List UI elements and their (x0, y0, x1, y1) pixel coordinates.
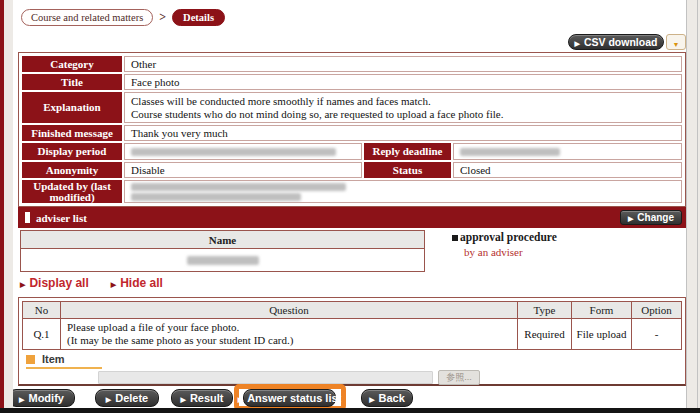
display-all-link[interactable]: Display all (20, 276, 89, 290)
scrollbar-track[interactable] (686, 0, 700, 413)
category-value: Other (124, 56, 682, 72)
file-path-input[interactable] (98, 371, 433, 384)
csv-download-button[interactable]: CSV download (568, 34, 664, 50)
item-section-header: Item (26, 353, 102, 369)
explanation-line1: Classes will be conducted more smoothly … (131, 95, 431, 108)
play-arrow-icon (238, 392, 243, 404)
back-button[interactable]: Back (361, 389, 413, 407)
question-text-line2: (It may be the same photo as your studen… (67, 334, 511, 347)
approval-procedure-heading: approval procedure (452, 231, 557, 243)
change-label: Change (637, 212, 674, 223)
question-text: Please upload a file of your face photo.… (61, 319, 518, 350)
expand-collapse-links: Display all Hide all (20, 276, 163, 290)
question-col-form: Form (572, 302, 632, 319)
display-all-label: Display all (29, 276, 88, 290)
adviser-name-table: Name (20, 230, 425, 272)
breadcrumb-current: Details (172, 9, 225, 26)
explanation-value: Classes will be conducted more smoothly … (124, 92, 682, 123)
play-arrow-icon (181, 392, 186, 404)
chevron-down-icon (673, 33, 680, 51)
reply-deadline-value (453, 143, 682, 160)
question-section: No Question Type Form Option Q.1 Please … (18, 297, 686, 386)
orange-square-bullet-icon (26, 355, 35, 364)
question-no: Q.1 (23, 319, 61, 350)
scrollbar-track-line (697, 0, 698, 413)
anonymity-value: Disable (124, 162, 362, 178)
anonymity-label: Anonymity (22, 162, 122, 178)
adviser-name-row (21, 249, 424, 271)
question-option: - (632, 319, 682, 350)
approval-procedure-text: approval procedure (460, 231, 557, 243)
updated-by-label: Updated by (last modified) (22, 180, 122, 203)
csv-download-label: CSV download (584, 36, 658, 48)
name-column-header: Name (21, 231, 424, 249)
reply-deadline-label: Reply deadline (364, 143, 451, 160)
explanation-line2: Course students who do not mind doing so… (131, 108, 503, 121)
breadcrumb: Course and related matters Details (21, 8, 225, 26)
modify-button[interactable]: Modify (8, 389, 75, 407)
status-value: Closed (453, 162, 682, 178)
play-arrow-icon (369, 392, 374, 404)
question-text-line1: Please upload a file of your face photo. (67, 321, 511, 334)
play-arrow-icon (575, 36, 580, 48)
black-square-bullet-icon (452, 235, 458, 241)
window-left-margin (4, 0, 13, 413)
redacted-adviser-name (187, 256, 259, 265)
back-label: Back (379, 392, 405, 404)
window-bottom-edge (0, 408, 700, 413)
hide-all-link[interactable]: Hide all (111, 276, 163, 290)
question-col-question: Question (61, 302, 518, 319)
modify-label: Modify (28, 392, 63, 404)
title-value: Face photo (124, 74, 682, 90)
question-type: Required (518, 319, 572, 350)
chevron-right-icon (159, 10, 166, 25)
category-label: Category (22, 56, 122, 72)
approval-by-adviser-text: by an adviser (464, 246, 557, 258)
question-form: File upload (572, 319, 632, 350)
play-arrow-icon (111, 276, 116, 290)
play-arrow-icon (628, 212, 633, 223)
status-label: Status (364, 162, 451, 178)
redacted-date-range (131, 148, 336, 156)
play-arrow-icon (19, 392, 24, 404)
question-row: Q.1 Please upload a file of your face ph… (23, 319, 682, 350)
display-period-value (124, 143, 362, 160)
answer-status-list-label: Answer status list (247, 392, 341, 404)
approval-procedure: approval procedure by an adviser (452, 231, 557, 258)
collapse-section-button[interactable] (666, 34, 686, 50)
survey-details-table: Category Other Title Face photo Explanat… (18, 52, 686, 207)
file-upload-row: 参照... (98, 370, 480, 385)
explanation-label: Explanation (22, 92, 122, 123)
change-button[interactable]: Change (620, 210, 682, 225)
result-button[interactable]: Result (171, 389, 233, 407)
delete-button[interactable]: Delete (95, 389, 159, 407)
answer-status-list-button[interactable]: Answer status list (243, 389, 336, 407)
question-table: No Question Type Form Option Q.1 Please … (22, 301, 682, 350)
display-period-label: Display period (22, 143, 122, 160)
play-arrow-icon (20, 276, 25, 290)
section-tick-icon (25, 212, 30, 223)
title-label: Title (22, 74, 122, 90)
question-col-option: Option (632, 302, 682, 319)
result-label: Result (190, 392, 224, 404)
adviser-list-header: adviser list Change (18, 207, 686, 228)
hide-all-label: Hide all (120, 276, 163, 290)
delete-label: Delete (115, 392, 148, 404)
question-col-type: Type (518, 302, 572, 319)
play-arrow-icon (106, 392, 111, 404)
adviser-list-title: adviser list (36, 212, 87, 224)
question-col-no: No (23, 302, 61, 319)
browse-button[interactable]: 参照... (438, 370, 480, 385)
finished-message-value: Thank you very much (124, 125, 682, 141)
updated-by-value (124, 180, 682, 203)
breadcrumb-root[interactable]: Course and related matters (21, 9, 153, 26)
redacted-date (460, 148, 560, 156)
page: Course and related matters Details CSV d… (0, 0, 700, 413)
finished-message-label: Finished message (22, 125, 122, 141)
window-left-red-stripe (0, 0, 4, 413)
item-label: Item (42, 353, 65, 365)
redacted-user-date (131, 183, 346, 191)
redacted-user-date2 (131, 193, 301, 201)
